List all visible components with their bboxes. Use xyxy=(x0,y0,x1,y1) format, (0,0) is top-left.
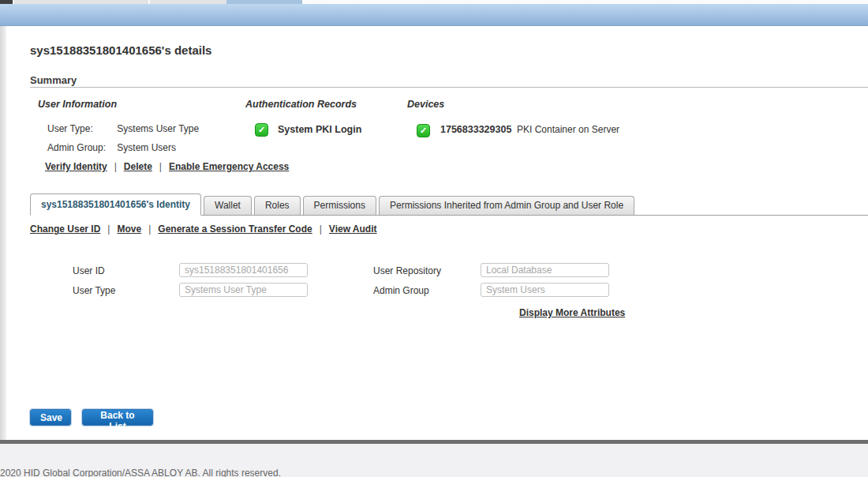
tab-identity[interactable]: sys15188351801401656's Identity xyxy=(30,193,201,216)
detail-tab-bar: sys15188351801401656's Identity Wallet R… xyxy=(30,193,868,216)
user-details-page: sys15188351801401656's details Summary U… xyxy=(0,0,868,477)
admin-group-field[interactable] xyxy=(481,283,609,297)
user-id-label: User ID xyxy=(73,265,105,276)
link-separator: | xyxy=(114,161,117,172)
display-more-attributes-link[interactable]: Display More Attributes xyxy=(519,307,625,318)
link-separator: | xyxy=(107,223,110,235)
link-separator: | xyxy=(320,223,322,235)
summary-heading: Summary xyxy=(30,74,77,86)
auth-record-label: System PKI Login xyxy=(278,124,361,135)
tab-inherited-permissions[interactable]: Permissions Inherited from Admin Group a… xyxy=(379,196,634,215)
authentication-records-heading: Authentication Records xyxy=(245,99,357,110)
user-id-field[interactable] xyxy=(179,263,308,277)
enable-emergency-access-link[interactable]: Enable Emergency Access xyxy=(169,161,289,172)
user-type-field[interactable] xyxy=(179,283,308,297)
link-separator: | xyxy=(148,223,151,235)
back-to-list-button[interactable]: Back to List xyxy=(82,409,153,426)
move-link[interactable]: Move xyxy=(117,223,141,235)
user-repository-label: User Repository xyxy=(373,265,441,276)
page-title: sys15188351801401656's details xyxy=(30,43,211,57)
summary-divider xyxy=(30,87,868,88)
user-repository-field[interactable] xyxy=(481,263,609,277)
devices-heading: Devices xyxy=(407,99,444,110)
app-header-bar xyxy=(0,4,868,26)
view-audit-link[interactable]: View Audit xyxy=(329,223,377,235)
copyright-text: 2020 HID Global Corporation/ASSA ABLOY A… xyxy=(0,468,281,477)
identity-action-links: Change User ID|Move|Generate a Session T… xyxy=(30,223,377,235)
verify-identity-link[interactable]: Verify Identity xyxy=(45,161,107,172)
device-id: 1756833329305 xyxy=(440,124,511,135)
summary-user-type-label: User Type: xyxy=(47,123,114,134)
summary-action-links: Verify Identity|Delete|Enable Emergency … xyxy=(45,161,289,172)
summary-admin-group-value: System Users xyxy=(117,142,176,153)
user-type-label: User Type xyxy=(73,285,115,296)
green-check-icon: ✓ xyxy=(255,123,268,137)
footer: 2020 HID Global Corporation/ASSA ABLOY A… xyxy=(0,444,868,477)
save-button[interactable]: Save xyxy=(30,409,71,426)
tab-roles[interactable]: Roles xyxy=(254,196,301,215)
change-user-id-link[interactable]: Change User ID xyxy=(30,223,100,235)
generate-session-transfer-code-link[interactable]: Generate a Session Transfer Code xyxy=(158,223,312,235)
green-check-icon: ✓ xyxy=(417,124,430,137)
collapsed-sidebar-strip[interactable] xyxy=(0,26,6,440)
admin-group-label: Admin Group xyxy=(373,285,429,296)
delete-link[interactable]: Delete xyxy=(124,161,152,172)
link-separator: | xyxy=(159,161,162,172)
tab-wallet[interactable]: Wallet xyxy=(204,196,252,215)
summary-admin-group-row: Admin Group: System Users xyxy=(47,142,176,153)
summary-user-type-row: User Type: Systems User Type xyxy=(47,123,199,134)
summary-user-type-value: Systems User Type xyxy=(117,123,199,134)
summary-admin-group-label: Admin Group: xyxy=(47,142,114,153)
user-information-heading: User Information xyxy=(38,99,117,110)
tab-permissions[interactable]: Permissions xyxy=(303,196,376,215)
device-type: PKI Container on Server xyxy=(517,124,619,135)
